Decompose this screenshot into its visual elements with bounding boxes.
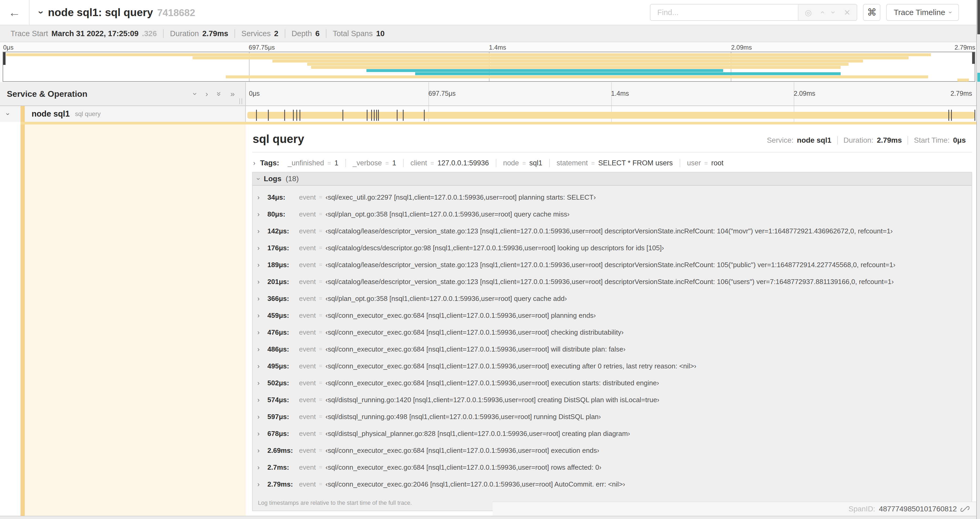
log-row[interactable]: ›189μs:event=‹sql/catalog/lease/descript… [253, 256, 972, 273]
minimap-right-drag-handle[interactable] [972, 52, 975, 64]
trace-id: 7418682 [157, 7, 195, 18]
minimap-span-bar [311, 66, 841, 69]
expand-log-icon[interactable]: › [258, 295, 267, 302]
span-duration-bar[interactable] [247, 112, 975, 119]
collapse-trace-icon[interactable]: › [35, 11, 47, 14]
log-row[interactable]: ›574μs:event=‹sql/distsql_running.go:142… [253, 391, 972, 408]
log-tick-mark [268, 110, 269, 121]
collapse-one-icon[interactable]: › [191, 93, 200, 95]
header-controls: ◎ › › ✕ ⌘ Trace Timeline › [650, 4, 959, 21]
logs-collapse-icon[interactable]: › [255, 178, 262, 180]
tags-expand-icon[interactable]: › [253, 159, 255, 167]
find-prev-icon[interactable]: › [818, 11, 826, 14]
find-clear-icon[interactable]: ✕ [844, 8, 850, 17]
log-row[interactable]: ›2.69ms:event=‹sql/conn_executor_exec.go… [253, 442, 972, 459]
span-row: › node sql1 sql query [0, 106, 976, 122]
expand-log-icon[interactable]: › [258, 464, 267, 471]
expand-log-icon[interactable]: › [258, 329, 267, 336]
trace-duration: Duration2.79ms [163, 29, 234, 38]
trace-view-select[interactable]: Trace Timeline › [886, 4, 959, 21]
column-resize-grip[interactable]: || [239, 97, 243, 104]
minimap-canvas[interactable] [3, 52, 975, 82]
log-row[interactable]: ›176μs:event=‹sql/catalog/descs/descript… [253, 240, 972, 256]
expand-log-icon[interactable]: › [258, 211, 267, 218]
log-equals: = [319, 228, 323, 235]
log-field-name: event [299, 430, 316, 438]
find-next-icon[interactable]: › [829, 11, 838, 14]
expand-log-icon[interactable]: › [258, 345, 267, 353]
logs-label: Logs [264, 174, 282, 183]
expand-log-icon[interactable]: › [258, 193, 267, 201]
log-row[interactable]: ›142μs:event=‹sql/catalog/lease/descript… [253, 223, 972, 240]
log-value: ‹sql/catalog/lease/descriptor_version_st… [325, 278, 894, 286]
log-row[interactable]: ›502μs:event=‹sql/conn_executor_exec.go:… [253, 374, 972, 391]
logs-accordion-header[interactable]: › Logs (18) [253, 172, 972, 186]
expand-log-icon[interactable]: › [258, 227, 267, 235]
minimap-span-bar [415, 72, 841, 75]
log-value: ‹sql/conn_executor_exec.go:684 [nsql1,cl… [325, 345, 625, 353]
expand-log-icon[interactable]: › [258, 396, 267, 404]
log-row[interactable]: ›34μs:event=‹sql/exec_util.go:2297 [nsql… [253, 189, 972, 206]
expand-log-icon[interactable]: › [258, 413, 267, 421]
log-row[interactable]: ›495μs:event=‹sql/conn_executor_exec.go:… [253, 358, 972, 374]
expand-log-icon[interactable]: › [258, 261, 267, 269]
minimap-span-bar [192, 56, 908, 59]
log-row[interactable]: ›2.7ms:event=‹sql/conn_executor_exec.go:… [253, 459, 972, 476]
log-timestamp: 34μs: [267, 193, 299, 201]
scrollbar-thumb[interactable] [977, 0, 980, 34]
expand-log-icon[interactable]: › [258, 363, 267, 370]
log-row[interactable]: ›201μs:event=‹sql/catalog/lease/descript… [253, 273, 972, 290]
collapse-span-icon[interactable]: › [4, 113, 12, 115]
log-row[interactable]: ›80μs:event=‹sql/plan_opt.go:358 [nsql1,… [253, 206, 972, 223]
keyboard-shortcuts-button[interactable]: ⌘ [863, 4, 880, 21]
log-tick-mark [424, 110, 425, 121]
log-row[interactable]: ›459μs:event=‹sql/conn_executor_exec.go:… [253, 307, 972, 324]
expand-log-icon[interactable]: › [258, 430, 267, 438]
log-row[interactable]: ›678μs:event=‹sql/distsql_physical_plann… [253, 425, 972, 442]
trace-view-label: Trace Timeline [894, 8, 945, 17]
log-row[interactable]: ›2.79ms:event=‹sql/conn_executor_exec.go… [253, 476, 972, 493]
expand-log-icon[interactable]: › [258, 447, 267, 454]
expand-log-icon[interactable]: › [258, 278, 267, 286]
log-timestamp: 2.7ms: [267, 463, 299, 471]
log-field-name: event [299, 311, 316, 319]
locate-icon[interactable]: ◎ [805, 8, 812, 17]
span-name-cell[interactable]: › node sql1 sql query [0, 106, 246, 122]
tag-item: client=127.0.0.1:59936 [403, 159, 496, 167]
find-input[interactable] [651, 5, 798, 20]
span-operation-name: sql query [75, 110, 101, 118]
collapse-all-icon[interactable]: » [215, 92, 224, 96]
trace-timeline-page: ← › node sql1: sql query 7418682 ◎ › › ✕… [0, 0, 980, 519]
deep-link-icon[interactable] [961, 505, 969, 513]
minimap-span-bar [307, 63, 848, 65]
log-tick-mark [256, 110, 257, 121]
log-field-name: event [299, 193, 316, 201]
back-button[interactable]: ← [0, 0, 30, 25]
log-timestamp: 486μs: [267, 345, 299, 353]
log-row[interactable]: ›476μs:event=‹sql/conn_executor_exec.go:… [253, 324, 972, 341]
log-row[interactable]: ›597μs:event=‹sql/distsql_running.go:498… [253, 408, 972, 425]
log-equals: = [319, 430, 323, 437]
expand-one-icon[interactable]: › [205, 89, 208, 98]
log-equals: = [319, 295, 323, 302]
log-value: ‹sql/conn_executor_exec.go:684 [nsql1,cl… [325, 362, 696, 370]
logs-list: ›34μs:event=‹sql/exec_util.go:2297 [nsql… [253, 186, 972, 494]
expand-log-icon[interactable]: › [258, 312, 267, 319]
log-row[interactable]: ›366μs:event=‹sql/plan_opt.go:358 [nsql1… [253, 290, 972, 307]
ruler-tick-label: 697.75μs [428, 89, 455, 97]
vertical-scrollbar[interactable] [976, 0, 980, 519]
tags-accordion[interactable]: › Tags: _unfinished=1 _verbose=1 client=… [253, 159, 972, 167]
expand-log-icon[interactable]: › [258, 244, 267, 252]
log-equals: = [319, 278, 323, 285]
expand-all-icon[interactable]: » [230, 89, 235, 98]
log-row[interactable]: ›486μs:event=‹sql/conn_executor_exec.go:… [253, 341, 972, 358]
log-tick-mark [397, 110, 398, 121]
log-value: ‹sql/conn_executor_exec.go:684 [nsql1,cl… [325, 328, 624, 337]
expand-log-icon[interactable]: › [258, 481, 267, 488]
span-bar-cell [246, 106, 976, 122]
expand-log-icon[interactable]: › [258, 379, 267, 387]
log-value: ‹sql/distsql_running.go:498 [nsql1,clien… [325, 413, 601, 421]
log-equals: = [319, 481, 323, 488]
minimap-left-drag-handle[interactable] [3, 52, 6, 65]
tag-item: user=root [680, 159, 730, 167]
